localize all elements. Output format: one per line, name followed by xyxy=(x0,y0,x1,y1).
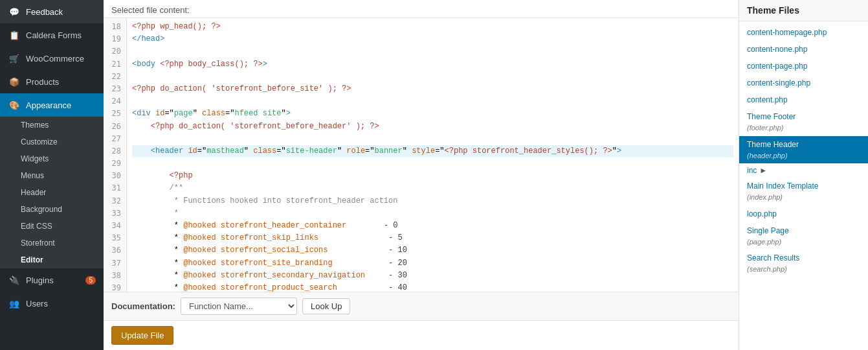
code-line: * @hooked storefront_skip_links - 5 xyxy=(132,232,733,244)
submenu-storefront[interactable]: Storefront xyxy=(0,235,104,251)
theme-file-item-theme-header[interactable]: Theme Header(header.php) xyxy=(739,136,868,164)
code-line: <?php xyxy=(132,170,733,182)
submenu-background[interactable]: Background xyxy=(0,201,104,218)
code-line: </head> xyxy=(132,33,733,45)
sidebar-item-label: Users xyxy=(26,299,48,309)
theme-file-item-content-homepage[interactable]: content-homepage.php xyxy=(739,24,868,41)
theme-file-item-content-none[interactable]: content-none.php xyxy=(739,41,868,58)
selected-file-label: Selected file content: xyxy=(104,0,739,18)
theme-file-item-content-page[interactable]: content-page.php xyxy=(739,58,868,75)
submenu-themes[interactable]: Themes xyxy=(0,117,104,134)
code-line: * @hooked storefront_site_branding - 20 xyxy=(132,257,733,270)
code-line: <?php wp_head(); ?> xyxy=(132,21,733,33)
sidebar: 💬 Feedback 📋 Caldera Forms 🛒 WooCommerce… xyxy=(0,0,104,350)
theme-files-panel: Theme Files content-homepage.phpcontent-… xyxy=(739,0,868,350)
function-name-select[interactable]: Function Name... xyxy=(181,298,297,315)
sidebar-item-appearance[interactable]: 🎨 Appearance xyxy=(0,93,104,117)
code-line: * @hooked storefront_social_icons - 10 xyxy=(132,244,733,257)
woocommerce-icon: 🛒 xyxy=(8,52,21,65)
theme-file-folder-inc[interactable]: inc ► xyxy=(739,163,868,178)
update-file-button[interactable]: Update File xyxy=(111,326,173,345)
theme-file-item-search-results[interactable]: Search Results(search.php) xyxy=(739,250,868,277)
code-line: * @hooked storefront_header_container - … xyxy=(132,220,733,232)
update-bar: Update File xyxy=(104,320,739,350)
sidebar-item-users[interactable]: 👥 Users xyxy=(0,292,104,315)
users-icon: 👥 xyxy=(8,297,21,310)
products-icon: 📦 xyxy=(8,75,21,88)
code-line xyxy=(132,45,733,58)
sidebar-item-label: Feedback xyxy=(26,7,63,17)
sidebar-item-products[interactable]: 📦 Products xyxy=(0,70,104,93)
lookup-button[interactable]: Look Up xyxy=(302,298,350,314)
code-line: * @hooked storefront_secondary_navigatio… xyxy=(132,270,733,282)
code-editor[interactable]: <?php wp_head(); ?></head><body <?php bo… xyxy=(127,18,739,292)
code-line: * @hooked storefront_product_search - 40 xyxy=(132,282,733,292)
sidebar-item-label: Plugins xyxy=(26,275,54,285)
appearance-submenu: Themes Customize Widgets Menus Header Ba… xyxy=(0,117,104,268)
submenu-header[interactable]: Header xyxy=(0,184,104,201)
sidebar-item-plugins[interactable]: 🔌 Plugins 5 xyxy=(0,268,104,292)
submenu-editor[interactable]: Editor xyxy=(0,251,104,268)
plugins-badge: 5 xyxy=(85,276,96,285)
feedback-icon: 💬 xyxy=(8,5,21,18)
code-line: <body <?php body_class(); ?>> xyxy=(132,58,733,71)
code-line: <?php do_action( 'storefront_before_head… xyxy=(132,121,733,133)
code-line: <?php do_action( 'storefront_before_site… xyxy=(132,83,733,95)
code-line xyxy=(132,158,733,170)
submenu-widgets[interactable]: Widgets xyxy=(0,150,104,167)
plugins-icon: 🔌 xyxy=(8,274,21,286)
code-line xyxy=(132,71,733,83)
code-area: 1819202122232425262728293031323334353637… xyxy=(104,18,739,292)
code-line xyxy=(132,95,733,108)
theme-file-item-loop[interactable]: loop.php xyxy=(739,205,868,222)
sidebar-item-caldera-forms[interactable]: 📋 Caldera Forms xyxy=(0,23,104,47)
code-line: <header id="masthead" class="site-header… xyxy=(132,145,733,158)
sidebar-item-label: Appearance xyxy=(26,100,71,110)
appearance-icon: 🎨 xyxy=(8,99,21,111)
caldera-forms-icon: 📋 xyxy=(8,29,21,41)
code-line: /** xyxy=(132,182,733,194)
theme-file-item-content[interactable]: content.php xyxy=(739,91,868,108)
documentation-bar: Documentation: Function Name... Look Up xyxy=(104,292,739,320)
code-line: * xyxy=(132,207,733,220)
main-content: Selected file content: 18192021222324252… xyxy=(104,0,739,350)
submenu-customize[interactable]: Customize xyxy=(0,134,104,150)
line-numbers: 1819202122232425262728293031323334353637… xyxy=(104,18,127,292)
theme-files-title: Theme Files xyxy=(739,0,868,21)
sidebar-item-feedback[interactable]: 💬 Feedback xyxy=(0,0,104,23)
theme-file-item-main-index[interactable]: Main Index Template(index.php) xyxy=(739,178,868,205)
code-line xyxy=(132,133,733,145)
sidebar-item-woocommerce[interactable]: 🛒 WooCommerce xyxy=(0,47,104,70)
documentation-label: Documentation: xyxy=(111,301,175,311)
code-line: * Functions hooked into storefront_heade… xyxy=(132,195,733,207)
code-line: <div id="page" class="hfeed site"> xyxy=(132,108,733,120)
theme-file-item-theme-footer[interactable]: Theme Footer(footer.php) xyxy=(739,108,868,136)
sidebar-item-label: WooCommerce xyxy=(26,54,84,64)
theme-file-item-single-page[interactable]: Single Page(page.php) xyxy=(739,222,868,250)
theme-file-item-content-single[interactable]: content-single.php xyxy=(739,75,868,91)
sidebar-item-label: Products xyxy=(26,77,59,87)
submenu-edit-css[interactable]: Edit CSS xyxy=(0,218,104,235)
theme-files-list: content-homepage.phpcontent-none.phpcont… xyxy=(739,21,868,350)
sidebar-item-label: Caldera Forms xyxy=(26,30,82,40)
submenu-menus[interactable]: Menus xyxy=(0,167,104,184)
